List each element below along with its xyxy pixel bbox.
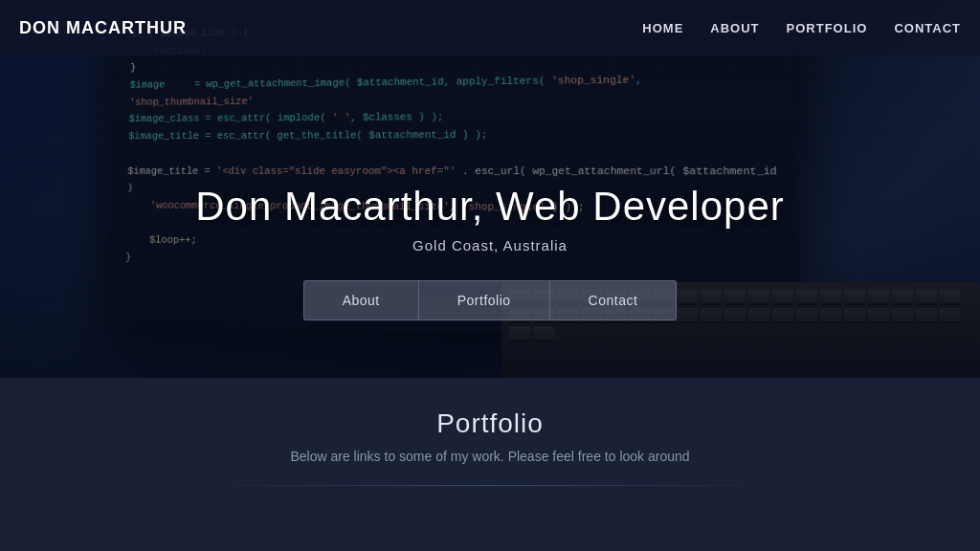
nav-item-home[interactable]: HOME xyxy=(642,19,683,36)
portfolio-heading: Portfolio xyxy=(436,408,544,439)
nav-link-about[interactable]: ABOUT xyxy=(710,21,759,35)
nav-item-portfolio[interactable]: PORTFOLIO xyxy=(787,19,868,36)
contact-button[interactable]: Contact xyxy=(550,280,678,320)
hero-subtitle: Gold Coast, Australia xyxy=(19,237,961,253)
hero-content: Don Macarthur, Web Developer Gold Coast,… xyxy=(0,184,980,320)
portfolio-section: Portfolio Below are links to some of my … xyxy=(0,378,980,551)
portfolio-button[interactable]: Portfolio xyxy=(419,280,550,320)
nav-link-contact[interactable]: CONTACT xyxy=(894,21,961,35)
hero-title: Don Macarthur, Web Developer xyxy=(19,184,961,230)
nav-link-portfolio[interactable]: PORTFOLIO xyxy=(787,21,868,35)
hero-buttons: About Portfolio Contact xyxy=(19,280,961,320)
portfolio-description: Below are links to some of my work. Plea… xyxy=(290,449,689,464)
nav-item-about[interactable]: ABOUT xyxy=(710,19,759,36)
nav-menu: HOME ABOUT PORTFOLIO CONTACT xyxy=(642,19,961,36)
about-button[interactable]: About xyxy=(303,280,419,320)
nav-item-contact[interactable]: CONTACT xyxy=(894,19,961,36)
navbar: DON MACARTHUR HOME ABOUT PORTFOLIO CONTA… xyxy=(0,0,980,55)
hero-section: if ( $image_link ) { continue; } $image … xyxy=(0,0,980,378)
brand-name[interactable]: DON MACARTHUR xyxy=(19,18,187,38)
nav-link-home[interactable]: HOME xyxy=(642,21,683,35)
portfolio-divider xyxy=(203,485,777,486)
